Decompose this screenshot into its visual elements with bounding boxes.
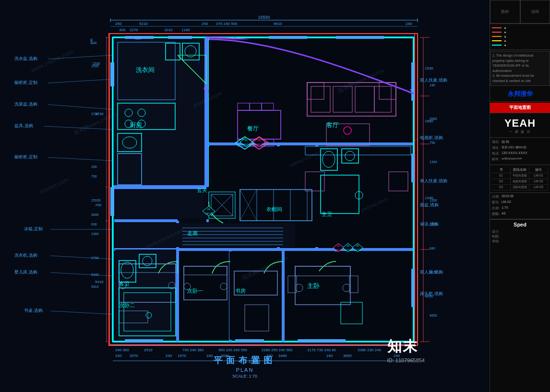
plan-title: 平面布置图	[214, 355, 276, 366]
company-zh-text: 永邦澄华	[492, 90, 548, 98]
sidebar-header-grid: 图例 说明	[490, 0, 550, 24]
sidebar-cell-left: 图例	[490, 0, 520, 24]
svg-text:洗衣间: 洗衣间	[136, 66, 155, 73]
svg-text:240: 240	[115, 354, 122, 358]
drawing-meta: 日期: 2016.06 图号: LM-02 比例: 1:70 图幅: A3	[490, 193, 550, 219]
svg-text:LM-G1: LM-G1	[242, 143, 250, 146]
svg-text:15550: 15550	[258, 15, 270, 20]
svg-text:01: 01	[245, 139, 248, 142]
svg-text:走廊: 走廊	[187, 230, 198, 236]
svg-text:LM-G3: LM-G3	[205, 212, 213, 215]
legend-row-5: ▲	[492, 43, 548, 47]
paper-value: A3	[502, 212, 506, 216]
svg-text:橱柜柜,定制: 橱柜柜,定制	[14, 154, 37, 159]
svg-text:240: 240	[202, 22, 208, 26]
table-cell-2-1: 02	[492, 179, 511, 184]
proj-addr-row: 地址: 某某小区C-幢801室	[492, 145, 548, 150]
red-accent-block: 平面地置图	[490, 103, 550, 113]
svg-text:橱柜柜,定制: 橱柜柜,定制	[14, 80, 37, 85]
svg-text:厨房: 厨房	[130, 121, 142, 129]
svg-text:洗菜盆,选购: 洗菜盆,选购	[14, 102, 37, 107]
legend-label-2: ▲	[503, 30, 507, 34]
table-header-2: 图纸名称	[511, 167, 529, 173]
drawing-date: 日期: 2016.06	[492, 194, 548, 199]
svg-text:书房: 书房	[235, 288, 246, 294]
svg-text:3570: 3570	[130, 354, 138, 358]
svg-text:630: 630	[91, 223, 97, 226]
yeah-letters: YEAH	[504, 117, 536, 130]
zhimo-logo: 知末	[387, 337, 425, 356]
svg-text:4650: 4650	[430, 314, 437, 317]
floorplan-svg: 15550 240 5210 240 370 240 500 9610 240 …	[0, 0, 490, 392]
svg-text:双人扶麦,填购: 双人扶麦,填购	[420, 78, 447, 83]
svg-text:1530: 1530	[91, 64, 99, 68]
svg-text:700: 700	[91, 175, 97, 178]
svg-text:冰箱,定制: 冰箱,定制	[24, 226, 43, 231]
svg-text:面盆,填购: 面盆,填购	[420, 202, 439, 207]
legend-row-2: ▲	[492, 30, 548, 34]
svg-text:140: 140	[430, 83, 435, 87]
svg-text:03: 03	[258, 139, 261, 142]
svg-text:1200: 1200	[430, 199, 437, 202]
proj-name-row: 项目: 知·和	[492, 140, 548, 144]
svg-text:单人扶麦,填购: 单人扶麦,填购	[420, 178, 447, 183]
svg-text:洗衣机,选购: 洗衣机,选购	[14, 253, 37, 258]
svg-text:主卫: 主卫	[322, 211, 332, 217]
svg-text:02: 02	[337, 244, 340, 247]
svg-text:床头柜,填购: 床头柜,填购	[420, 291, 443, 296]
svg-text:100: 100	[91, 165, 97, 168]
company-name-zh: 永邦澄华	[490, 87, 550, 102]
svg-text:衣帽间: 衣帽间	[266, 206, 282, 212]
svg-text:240: 240	[326, 354, 333, 358]
svg-text:240: 240	[406, 22, 412, 26]
svg-rect-150	[235, 339, 264, 343]
right-sidebar: 图例 说明 ▲ ▲ ▲ ▲ ▲ 1. The design	[490, 0, 550, 392]
svg-text:750: 750	[430, 141, 435, 144]
svg-text:1340: 1340	[430, 160, 437, 164]
svg-text:电视柜,填购: 电视柜,填购	[420, 135, 443, 140]
svg-rect-46	[180, 251, 228, 340]
svg-text:餐厅: 餐厅	[247, 125, 259, 132]
svg-rect-143	[168, 36, 192, 39]
proj-tel-value: 130-XXXX-XXXX	[502, 151, 527, 156]
svg-text:700 240 380: 700 240 380	[182, 348, 204, 352]
blueprint-area: 15550 240 5210 240 370 240 500 9610 240 …	[0, 0, 490, 392]
svg-text:5340: 5340	[91, 273, 99, 276]
proj-name-label: 项目:	[492, 140, 500, 144]
svg-text:洗水盆,选购: 洗水盆,选购	[14, 56, 37, 61]
svg-text:2060: 2060	[430, 117, 437, 120]
svg-text:240: 240	[115, 22, 122, 26]
table-row-3: 03 顶面布置图 LM-03	[492, 185, 548, 190]
svg-text:1530: 1530	[425, 66, 433, 71]
svg-text:9610: 9610	[274, 22, 282, 26]
project-info: 项目: 知·和 地址: 某某小区C-幢801室 电话: 130-XXXX-XXX…	[490, 138, 550, 165]
svg-text:1570: 1570	[178, 354, 186, 358]
legend-color-4	[492, 40, 502, 41]
svg-text:盆具,选购: 盆具,选购	[14, 123, 33, 128]
table-header-1: 序	[492, 167, 511, 173]
svg-rect-39	[209, 39, 410, 142]
proj-addr-label: 地址:	[492, 145, 500, 150]
svg-text:3460: 3460	[278, 354, 287, 358]
table-cell-3-3: LM-03	[529, 185, 548, 190]
svg-text:840: 840	[430, 247, 435, 250]
drawing-number-row: 图号: LM-02	[492, 200, 548, 205]
svg-text:700: 700	[95, 203, 102, 207]
sidebar-red-section: 1. The design of intellectual property r…	[490, 51, 550, 86]
svg-rect-142	[125, 36, 154, 39]
svg-text:主卧: 主卧	[307, 282, 320, 289]
spec-title: Sped	[492, 222, 548, 227]
svg-text:LM-G7: LM-G7	[335, 249, 342, 251]
table-row-1: 01 平面布置图 LM-01	[492, 173, 548, 179]
svg-text:2510: 2510	[144, 348, 153, 352]
svg-rect-144	[269, 36, 307, 39]
table-cell-3-2: 顶面布置图	[511, 185, 529, 190]
table-cell-1-3: LM-01	[529, 173, 548, 178]
yeah-logo-section: YEAH 一 邦 设 计	[490, 114, 550, 138]
svg-text:240: 240	[206, 354, 213, 358]
legend-color-2	[492, 32, 502, 33]
proj-tel-row: 电话: 130-XXXX-XXXX	[492, 151, 548, 156]
drawing-paper: 图幅: A3	[492, 212, 548, 216]
table-cell-2-2: 地面布置图	[511, 179, 529, 184]
svg-text:客卫: 客卫	[119, 281, 130, 286]
